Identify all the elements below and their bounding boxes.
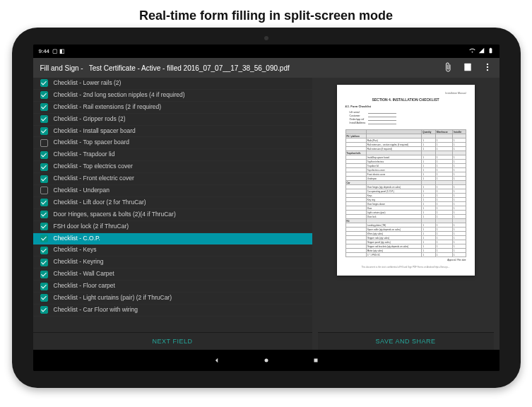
checkbox[interactable] — [40, 294, 48, 302]
checklist-row[interactable]: Checklist - Top electrics cover — [33, 161, 312, 173]
checklist-label: Checklist - Floor carpet — [54, 282, 115, 290]
svg-rect-0 — [464, 64, 471, 71]
checklist-row[interactable]: Door Hinges, spacers & bolts (2)(4 if Th… — [33, 209, 312, 221]
checkbox[interactable] — [40, 163, 48, 171]
checklist-row[interactable]: Checklist - Car Floor with wiring — [33, 305, 312, 317]
checklist-label: Checklist - Keyring — [54, 258, 104, 266]
pdf-checklist-table: QuantityWarehouseInstallerPit / platform… — [345, 129, 466, 257]
checklist-label: Checklist - Front electric cover — [54, 175, 134, 183]
checklist-list[interactable]: Checklist - Lower rails (2)Checklist - 2… — [33, 78, 312, 332]
checkbox[interactable] — [40, 306, 48, 314]
checkbox[interactable] — [40, 271, 48, 278]
checkbox[interactable] — [40, 283, 48, 290]
checkbox[interactable] — [40, 103, 48, 111]
checklist-label: Checklist - Light curtains (pair) (2 if … — [54, 294, 172, 302]
checklist-row[interactable]: Checklist - Top spacer board — [33, 137, 312, 149]
promo-caption: Real-time form filling in split-screen m… — [0, 0, 532, 28]
checklist-row[interactable]: Checklist - Install spacer board — [33, 126, 312, 138]
checklist-label: Checklist - 2nd long section nipples (4 … — [54, 91, 185, 100]
checklist-label: Door Hinges, spacers & bolts (2)(4 if Th… — [54, 211, 176, 219]
checkbox[interactable] — [40, 235, 48, 242]
checkbox[interactable] — [40, 223, 48, 230]
checklist-label: Checklist - Underpan — [54, 187, 110, 195]
pdf-date-label: Approval / Rev date — [345, 259, 466, 261]
nav-home-icon[interactable] — [263, 354, 270, 367]
checklist-label: Checklist - Install spacer board — [54, 127, 136, 136]
document-title: Test Certificate - Active - filled 2016_… — [89, 64, 290, 72]
preview-pane: Installation Manual SECTION 4. INSTALLAT… — [312, 78, 500, 350]
checklist-row[interactable]: Checklist - Underpan — [33, 185, 312, 197]
checklist-row[interactable]: Checklist - Floor carpet — [33, 281, 312, 293]
checklist-row[interactable]: Checklist - Lower rails (2) — [33, 78, 312, 90]
pdf-header: Installation Manual — [345, 92, 466, 95]
tablet-frame: 9:44 ▢ ◧ Fill and Sign - Test Certificat… — [12, 28, 521, 388]
app-title: Fill and Sign - — [40, 64, 83, 72]
checklist-row[interactable]: Checklist - Rail extensions (2 if requir… — [33, 102, 312, 114]
pdf-disclaimer: This document is the strict confidential… — [345, 266, 466, 269]
checkbox[interactable] — [40, 91, 48, 99]
checklist-row[interactable]: Checklist - Keyring — [33, 256, 312, 269]
status-bar: 9:44 ▢ ◧ — [33, 45, 500, 58]
screen: 9:44 ▢ ◧ Fill and Sign - Test Certificat… — [33, 45, 500, 371]
checkbox[interactable] — [40, 199, 48, 206]
checklist-label: Checklist - C.O.P. — [54, 235, 100, 243]
checklist-row[interactable]: Checklist - Light curtains (pair) (2 if … — [33, 293, 312, 305]
checklist-label: Checklist - Keys — [54, 246, 97, 254]
checklist-label: FSH door lock (2 if ThruCar) — [54, 223, 129, 231]
battery-icon — [487, 47, 494, 55]
checkbox[interactable] — [40, 211, 48, 218]
next-field-button[interactable]: NEXT FIELD — [33, 332, 312, 350]
svg-point-4 — [264, 359, 268, 362]
checklist-row[interactable]: Checklist - Trapdoor lid — [33, 149, 312, 161]
checklist-row[interactable]: Checklist - 2nd long section nipples (4 … — [33, 90, 312, 102]
checkbox[interactable] — [40, 115, 48, 123]
checkbox[interactable] — [40, 139, 48, 147]
checkbox[interactable] — [40, 175, 48, 183]
checklist-row[interactable]: Checklist - Front electric cover — [33, 173, 312, 185]
status-icon-approx: ▢ ◧ — [52, 48, 65, 54]
svg-point-2 — [486, 66, 487, 68]
more-icon[interactable] — [483, 62, 492, 73]
split-content: Checklist - Lower rails (2)Checklist - 2… — [33, 78, 500, 350]
pdf-form-fields: Lift serialCustomerOrder/app refInstall … — [350, 111, 466, 125]
checklist-row[interactable]: Checklist - Keys — [33, 244, 312, 256]
checkbox[interactable] — [40, 247, 48, 254]
save-share-button[interactable]: SAVE AND SHARE — [318, 332, 494, 350]
checklist-row[interactable]: FSH door lock (2 if ThruCar) — [33, 221, 312, 233]
checkbox[interactable] — [40, 151, 48, 159]
pdf-section-title: SECTION 4. INSTALLATION CHECKLIST — [345, 98, 466, 102]
checkbox[interactable] — [40, 79, 48, 87]
checkbox[interactable] — [40, 187, 48, 194]
svg-rect-5 — [314, 359, 317, 362]
checklist-label: Checklist - Top spacer board — [54, 138, 130, 147]
svg-point-1 — [486, 64, 487, 65]
nav-back-icon[interactable] — [213, 354, 220, 367]
wifi-icon — [469, 47, 475, 55]
signal-icon — [478, 47, 485, 55]
page-view-icon[interactable] — [463, 62, 473, 73]
checklist-label: Checklist - Car Floor with wiring — [54, 306, 138, 314]
form-pane: Checklist - Lower rails (2)Checklist - 2… — [33, 78, 312, 350]
checkbox[interactable] — [40, 127, 48, 135]
checklist-label: Checklist - Gripper rods (2) — [54, 115, 126, 124]
status-time: 9:44 — [39, 48, 50, 54]
checklist-row[interactable]: Checklist - Wall Carpet — [33, 269, 312, 281]
app-bar: Fill and Sign - Test Certificate - Activ… — [33, 58, 500, 78]
checklist-label: Checklist - Rail extensions (2 if requir… — [54, 103, 162, 112]
pdf-preview-page[interactable]: Installation Manual SECTION 4. INSTALLAT… — [337, 85, 475, 276]
checkbox[interactable] — [40, 259, 48, 266]
attach-icon[interactable] — [443, 62, 453, 73]
checklist-row[interactable]: Checklist - C.O.P. — [33, 233, 312, 245]
checklist-label: Checklist - Top electrics cover — [54, 163, 133, 171]
svg-point-3 — [486, 69, 487, 71]
checklist-label: Checklist - Wall Carpet — [54, 270, 114, 278]
pdf-form-label: 4.1. Form Checklist — [345, 105, 466, 108]
checklist-label: Checklist - Trapdoor lid — [54, 151, 115, 159]
nav-recent-icon[interactable] — [312, 354, 319, 367]
checklist-row[interactable]: Checklist - Gripper rods (2) — [33, 114, 312, 126]
checklist-row[interactable]: Checklist - Lift door (2 for ThruCar) — [33, 197, 312, 209]
checklist-label: Checklist - Lift door (2 for ThruCar) — [54, 199, 146, 207]
checklist-label: Checklist - Lower rails (2) — [54, 79, 122, 88]
android-nav-bar — [33, 350, 500, 371]
